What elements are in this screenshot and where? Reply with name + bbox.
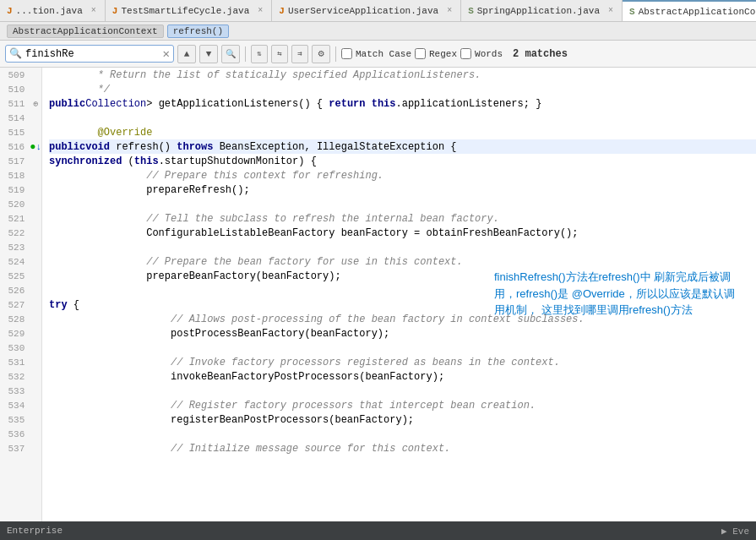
tab-userservice[interactable]: J UserServiceApplication.java ×	[272, 0, 461, 21]
gutter-row: 526	[0, 283, 41, 297]
gutter-row: 522	[0, 226, 41, 240]
code-line: ConfigurableListableBeanFactory beanFact…	[49, 226, 756, 240]
gutter-row: 515	[0, 125, 41, 139]
gutter-row: 536	[0, 427, 41, 441]
code-line: postProcessBeanFactory(beanFactory);	[49, 326, 756, 341]
tab-label: AbstractApplicationContext.java	[639, 7, 756, 17]
separator	[245, 46, 246, 62]
line-number: 535	[0, 415, 30, 425]
gutter-row: 525	[0, 269, 41, 283]
regex-checkbox[interactable]	[415, 48, 426, 59]
code-line: // Prepare this context for refreshing.	[49, 168, 756, 183]
regex-option[interactable]: Regex	[415, 48, 457, 59]
gutter-row: 523	[0, 240, 41, 254]
code-line: // Tell the subclass to refresh the inte…	[49, 211, 756, 226]
clear-search-button[interactable]: ✕	[163, 48, 170, 60]
line-number: 519	[0, 185, 30, 195]
breadcrumb-class[interactable]: AbstractApplicationContext	[7, 25, 164, 38]
tab-springapplication[interactable]: S SpringApplication.java ×	[461, 0, 623, 21]
line-number: 518	[0, 171, 30, 181]
java-file-icon: J	[112, 6, 118, 16]
gutter-row: 535	[0, 412, 41, 427]
line-number-gutter: 509510511⊕514515516●↓5175185195205215225…	[0, 68, 42, 521]
code-line: public Collection> getApplicationListene…	[49, 96, 756, 111]
line-number: 527	[0, 300, 30, 310]
gutter-row: 531	[0, 355, 41, 369]
spring-file-icon: S	[629, 7, 635, 17]
tab-label: SpringApplication.java	[477, 6, 600, 16]
tab-close-btn[interactable]: ×	[445, 5, 454, 16]
gutter-row: 534	[0, 398, 41, 412]
gutter-row: 528	[0, 312, 41, 326]
words-option[interactable]: Words	[460, 48, 503, 59]
settings-button[interactable]: ⚙	[312, 45, 330, 63]
line-number: 514	[0, 113, 30, 123]
line-number: 529	[0, 329, 30, 339]
code-line: // Invoke factory processors registered …	[49, 355, 756, 369]
line-number: 511	[0, 99, 30, 109]
filter-button-2[interactable]: ⇆	[271, 45, 288, 63]
code-line: // Prepare the bean factory for use in t…	[49, 254, 756, 269]
code-line	[49, 197, 756, 211]
gutter-row: 521	[0, 211, 41, 226]
next-match-button[interactable]: ▼	[199, 45, 218, 63]
tab-close-btn[interactable]: ×	[90, 5, 98, 16]
line-number: 523	[0, 243, 30, 253]
code-line: * Return the list of statically specifie…	[49, 68, 756, 82]
match-case-checkbox[interactable]	[341, 48, 352, 59]
tab-label: TestSmartLifeCycle.java	[121, 6, 249, 16]
words-checkbox[interactable]	[460, 48, 471, 59]
gutter-row: 509	[0, 68, 41, 82]
status-text: Enterprise	[7, 526, 63, 536]
search-input[interactable]	[25, 48, 160, 60]
gutter-row: 530	[0, 341, 41, 355]
line-number: 526	[0, 286, 30, 296]
breadcrumb-method[interactable]: refresh()	[167, 25, 229, 38]
search-input-wrap: 🔍 ✕	[5, 45, 174, 63]
code-line: // Initialize message source for this co…	[49, 441, 756, 455]
tab-testsmartlifecycle[interactable]: J TestSmartLifeCycle.java ×	[106, 0, 272, 21]
tab-abstractapplicationcontext[interactable]: S AbstractApplicationContext.java ×	[623, 0, 756, 21]
code-area[interactable]: * Return the list of statically specifie…	[42, 68, 756, 521]
code-line: registerBeanPostProcessors(beanFactory);	[49, 412, 756, 427]
tab-bar: J ...tion.java × J TestSmartLifeCycle.ja…	[0, 0, 756, 22]
java-file-icon: J	[279, 6, 285, 16]
code-line: @Override	[49, 125, 756, 139]
line-number: 528	[0, 314, 30, 325]
gutter-row: 524	[0, 254, 41, 269]
separator2	[335, 46, 336, 62]
code-line: */	[49, 82, 756, 96]
line-number: 520	[0, 199, 30, 210]
code-line: try {	[49, 297, 756, 312]
code-line	[49, 111, 756, 125]
line-number: 515	[0, 128, 30, 138]
line-number: 509	[0, 70, 30, 80]
gutter-row: 518	[0, 168, 41, 183]
words-label: Words	[475, 49, 503, 59]
line-number: 532	[0, 372, 30, 382]
gutter-row: 529	[0, 326, 41, 341]
gutter-row: 510	[0, 82, 41, 96]
code-line	[49, 427, 756, 441]
tab-close-btn[interactable]: ×	[606, 5, 615, 16]
filter-button-1[interactable]: ⇅	[251, 45, 268, 63]
tab-close-btn[interactable]: ×	[256, 5, 264, 16]
gutter-row: 520	[0, 197, 41, 211]
gutter-row: 519	[0, 183, 41, 197]
bookmark-icon: ↓	[35, 142, 41, 152]
line-number: 533	[0, 386, 30, 396]
tab-label: ...tion.java	[16, 6, 83, 16]
tab-tion-java[interactable]: J ...tion.java ×	[0, 0, 106, 21]
code-line: public void refresh() throws BeansExcept…	[49, 139, 756, 154]
find-word-button[interactable]: 🔍	[221, 45, 240, 63]
filter-button-3[interactable]: ⇉	[291, 45, 308, 63]
breadcrumb-bar: AbstractApplicationContext refresh()	[0, 22, 756, 41]
code-line: // Register factory processors that inte…	[49, 398, 756, 412]
match-case-option[interactable]: Match Case	[341, 48, 411, 59]
line-number: 510	[0, 85, 30, 95]
line-number: 534	[0, 401, 30, 411]
expand-icon[interactable]: ⊕	[33, 100, 38, 109]
prev-match-button[interactable]: ▲	[177, 45, 196, 63]
line-number: 531	[0, 357, 30, 368]
editor-area: 509510511⊕514515516●↓5175185195205215225…	[0, 68, 756, 521]
